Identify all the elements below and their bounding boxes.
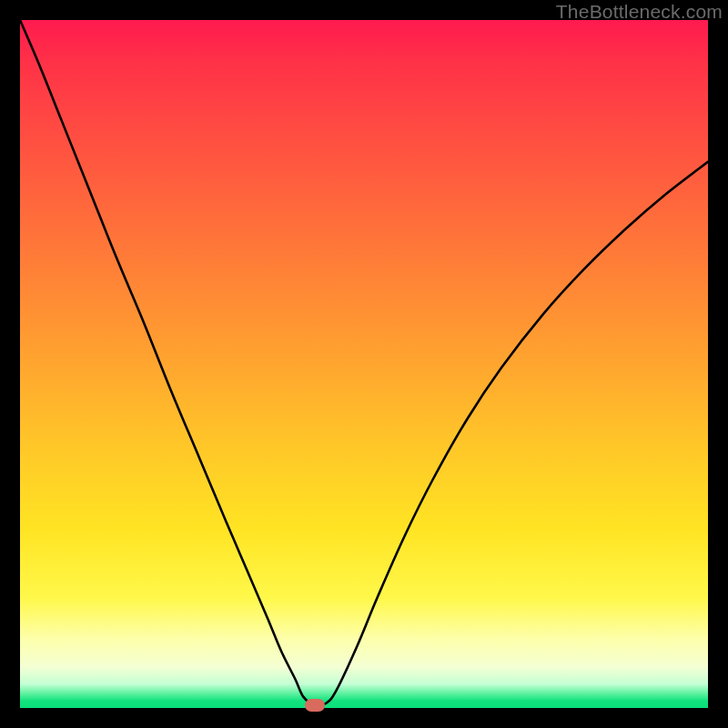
bottleneck-curve: [20, 20, 708, 708]
chart-frame: TheBottleneck.com: [0, 0, 728, 728]
watermark-text: TheBottleneck.com: [556, 1, 723, 23]
plot-area: [20, 20, 708, 708]
minimum-marker: [305, 699, 325, 712]
